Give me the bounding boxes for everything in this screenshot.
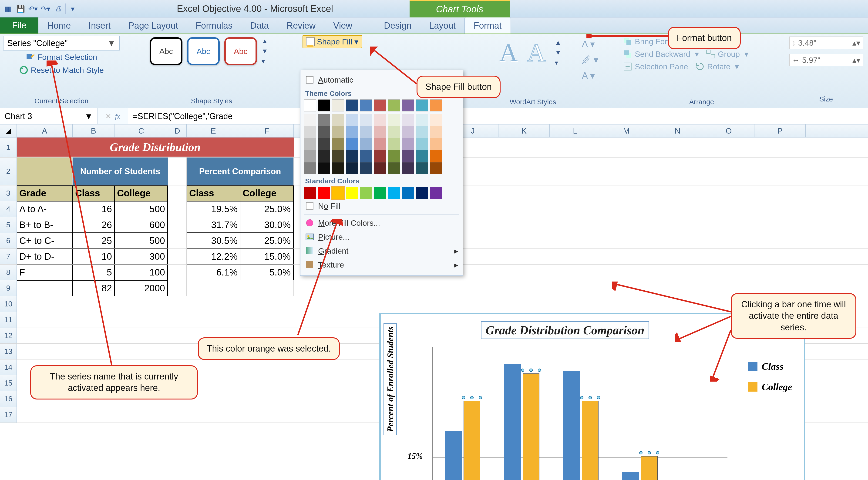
cell[interactable] bbox=[168, 280, 187, 296]
shape-fill-dropdown[interactable]: AAutomaticutomatic Theme Colors Standard… bbox=[300, 70, 463, 276]
color-swatch[interactable] bbox=[402, 138, 414, 150]
cell-class[interactable]: 5 bbox=[72, 264, 115, 280]
color-swatch[interactable] bbox=[388, 187, 400, 199]
color-swatch[interactable] bbox=[430, 162, 442, 174]
selection-pane-button[interactable]: Selection Pane bbox=[623, 62, 688, 71]
color-swatch[interactable] bbox=[346, 114, 358, 126]
color-swatch[interactable] bbox=[374, 99, 386, 111]
row-header[interactable]: 10 bbox=[0, 296, 17, 312]
color-swatch[interactable] bbox=[374, 187, 386, 199]
cell-pct-college[interactable]: 5.0% bbox=[240, 264, 294, 280]
cell[interactable] bbox=[168, 233, 187, 249]
file-tab[interactable]: File bbox=[0, 17, 38, 33]
row-header[interactable]: 4 bbox=[0, 201, 17, 217]
cell[interactable] bbox=[168, 217, 187, 233]
color-swatch[interactable] bbox=[388, 114, 400, 126]
cell[interactable] bbox=[168, 158, 187, 185]
cell[interactable] bbox=[17, 280, 72, 296]
cancel-icon[interactable]: ✕ bbox=[105, 112, 111, 120]
color-swatch[interactable] bbox=[304, 114, 316, 126]
color-swatch[interactable] bbox=[388, 162, 400, 174]
row-header[interactable]: 13 bbox=[0, 344, 17, 359]
cell-pct-class[interactable]: 19.5% bbox=[187, 201, 240, 217]
bar-college[interactable] bbox=[641, 456, 658, 480]
cell-class[interactable]: 26 bbox=[72, 217, 115, 233]
color-swatch[interactable] bbox=[388, 126, 400, 138]
color-swatch[interactable] bbox=[402, 187, 414, 199]
cell-college[interactable]: 500 bbox=[115, 233, 168, 249]
width-input[interactable]: ↔ 5.97" ▴▾ bbox=[789, 54, 863, 66]
color-swatch[interactable] bbox=[402, 99, 414, 111]
cell-grade[interactable]: D+ to D- bbox=[17, 249, 72, 264]
format-selection-button[interactable]: Format Selection bbox=[25, 51, 98, 64]
fx-icon[interactable]: fx bbox=[115, 113, 120, 120]
col-header-F[interactable]: F bbox=[240, 125, 294, 137]
cell-grade[interactable]: A to A- bbox=[17, 201, 72, 217]
color-swatch[interactable] bbox=[346, 99, 358, 111]
tab-design[interactable]: Design bbox=[375, 18, 420, 33]
row-header[interactable]: 5 bbox=[0, 217, 17, 233]
cell-pct-class[interactable]: 30.5% bbox=[187, 233, 240, 249]
row-header[interactable]: 12 bbox=[0, 328, 17, 344]
row-header[interactable]: 14 bbox=[0, 359, 17, 375]
rotate-button[interactable]: Rotate ▾ bbox=[695, 62, 739, 71]
wordart-style-1[interactable]: A bbox=[499, 38, 518, 67]
color-swatch[interactable] bbox=[318, 162, 330, 174]
print-icon[interactable]: 🖨 bbox=[53, 3, 64, 14]
tab-home[interactable]: Home bbox=[38, 18, 80, 33]
redo-icon[interactable]: ↷▾ bbox=[40, 3, 51, 14]
cell-grade[interactable]: C+ to C- bbox=[17, 233, 72, 249]
qat-customize-icon[interactable]: ▾ bbox=[67, 3, 78, 14]
color-swatch[interactable] bbox=[318, 138, 330, 150]
color-swatch[interactable] bbox=[430, 99, 442, 111]
legend-college[interactable]: College bbox=[748, 381, 792, 392]
color-swatch[interactable] bbox=[430, 138, 442, 150]
cell[interactable] bbox=[17, 158, 72, 185]
cell-grade[interactable]: F bbox=[17, 264, 72, 280]
row-header[interactable]: 9 bbox=[0, 280, 17, 296]
cell-college[interactable]: 500 bbox=[115, 201, 168, 217]
color-swatch[interactable] bbox=[318, 187, 330, 199]
row-header[interactable]: 1 bbox=[0, 137, 17, 157]
color-swatch[interactable] bbox=[374, 126, 386, 138]
col-header-E[interactable]: E bbox=[187, 125, 240, 137]
color-swatch[interactable] bbox=[416, 138, 428, 150]
gallery-scroll[interactable]: ▲▼▾ bbox=[261, 36, 273, 66]
color-swatch[interactable] bbox=[304, 187, 316, 199]
col-header-K[interactable]: K bbox=[498, 125, 550, 137]
color-swatch[interactable] bbox=[332, 150, 344, 162]
undo-icon[interactable]: ↶▾ bbox=[27, 3, 39, 14]
color-swatch[interactable] bbox=[416, 150, 428, 162]
col-header-D[interactable]: D bbox=[168, 125, 187, 137]
color-swatch[interactable] bbox=[402, 126, 414, 138]
name-box[interactable]: Chart 3 ▼ bbox=[0, 108, 98, 124]
col-header-C[interactable]: C bbox=[115, 125, 168, 137]
bar-college[interactable] bbox=[523, 374, 539, 480]
tab-review[interactable]: Review bbox=[278, 18, 324, 33]
row-header[interactable]: 3 bbox=[0, 186, 17, 201]
cell-college[interactable]: 100 bbox=[115, 264, 168, 280]
tab-formulas[interactable]: Formulas bbox=[187, 18, 241, 33]
reset-style-button[interactable]: Reset to Match Style bbox=[18, 64, 105, 76]
legend-class[interactable]: Class bbox=[748, 361, 792, 372]
col-header-B[interactable]: B bbox=[72, 125, 115, 137]
chart-title[interactable]: Grade Distribution Comparison bbox=[481, 321, 649, 339]
cell-pct-college[interactable]: 25.0% bbox=[240, 233, 294, 249]
row-header[interactable]: 7 bbox=[0, 249, 17, 264]
shape-fill-button[interactable]: Shape Fill ▾ bbox=[303, 35, 362, 48]
color-swatch[interactable] bbox=[430, 126, 442, 138]
excel-icon[interactable]: ▦ bbox=[2, 3, 13, 14]
height-input[interactable]: ↕ 3.48" ▴▾ bbox=[789, 36, 863, 49]
col-header-P[interactable]: P bbox=[754, 125, 806, 137]
tab-format[interactable]: Format bbox=[464, 17, 510, 33]
shape-style-2[interactable]: Abc bbox=[187, 37, 220, 65]
color-swatch[interactable] bbox=[416, 114, 428, 126]
color-swatch[interactable] bbox=[402, 114, 414, 126]
gallery-scroll[interactable]: ▲▼▾ bbox=[555, 37, 566, 68]
color-swatch[interactable] bbox=[402, 162, 414, 174]
col-header-A[interactable]: A bbox=[17, 125, 72, 137]
color-swatch[interactable] bbox=[332, 99, 344, 111]
row-header[interactable]: 17 bbox=[0, 407, 17, 422]
cell[interactable] bbox=[168, 264, 187, 280]
col-header-N[interactable]: N bbox=[652, 125, 703, 137]
